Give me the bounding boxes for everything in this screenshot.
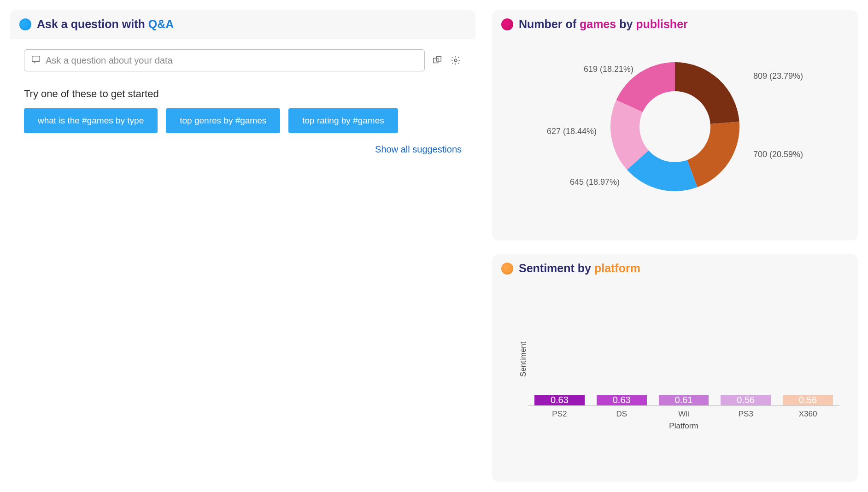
bar-title-p1: Sentiment: [519, 262, 578, 275]
bars-row: 0.630.630.610.560.56: [528, 288, 839, 406]
svg-point-3: [454, 59, 457, 62]
bar-card: Sentiment by platform Sentiment 0.630.63…: [492, 254, 858, 482]
svg-rect-2: [436, 57, 441, 61]
donut-slice-label: 645 (18.97%): [570, 177, 620, 187]
donut-title-p4: publisher: [636, 18, 688, 30]
bar-chart: Sentiment 0.630.630.610.560.56 PS2DSWiiP…: [501, 283, 849, 431]
qa-input-row: [24, 49, 462, 71]
donut-slice-label: 627 (18.44%): [547, 127, 597, 136]
svg-rect-0: [32, 56, 40, 62]
qa-card: Ask a question with Q&A Try one of these: [10, 10, 475, 482]
svg-rect-1: [434, 58, 438, 63]
gear-icon[interactable]: [450, 54, 462, 66]
qa-header: Ask a question with Q&A: [19, 16, 466, 33]
donut-title-p2: games: [580, 18, 619, 30]
bar-title: Sentiment by platform: [519, 262, 640, 275]
donut-header: Number of games by publisher: [501, 16, 849, 33]
bar-title-p2: by: [578, 262, 594, 275]
bar[interactable]: 0.63: [597, 395, 647, 405]
bar-category-label: PS2: [534, 410, 585, 419]
bar[interactable]: 0.61: [659, 395, 709, 405]
donut-chart: 809 (23.79%)700 (20.59%)645 (18.97%)627 …: [501, 39, 849, 214]
qa-chip[interactable]: top rating by #games: [288, 108, 398, 133]
bar-column: 0.61: [659, 395, 709, 405]
qa-input[interactable]: [46, 55, 418, 66]
donut-svg: [610, 62, 739, 191]
qa-chips: what is the #games by type top genres by…: [24, 108, 462, 133]
bar-column: 0.56: [721, 395, 771, 405]
donut-title-p3: by: [619, 18, 636, 30]
donut-card: Number of games by publisher 809 (23.79%…: [492, 10, 858, 240]
bar[interactable]: 0.56: [783, 395, 833, 405]
qa-chip[interactable]: top genres by #games: [166, 108, 280, 133]
bar-ylabel: Sentiment: [515, 288, 528, 431]
bar-xlabel: Platform: [528, 422, 839, 431]
bar-header: Sentiment by platform: [501, 260, 849, 277]
bar-category-label: DS: [597, 410, 647, 419]
bar-category-label: Wii: [659, 410, 709, 419]
bar-column: 0.63: [597, 395, 647, 405]
qa-body: Try one of these to get started what is …: [10, 39, 475, 482]
qa-title: Ask a question with Q&A: [37, 18, 174, 31]
bar-category-label: X360: [783, 410, 833, 419]
qa-chip[interactable]: what is the #games by type: [24, 108, 158, 133]
bar-column: 0.63: [534, 395, 585, 405]
bar-title-p3: platform: [594, 262, 640, 275]
qa-input-wrap[interactable]: [24, 49, 425, 71]
qa-subhead: Try one of these to get started: [24, 88, 462, 100]
qa-showall-row: Show all suggestions: [24, 144, 462, 155]
qa-title-part2: Q&A: [148, 18, 174, 30]
qa-title-part1: Ask a question with: [37, 18, 148, 30]
expand-icon[interactable]: [431, 54, 443, 66]
chat-icon: [31, 54, 41, 66]
circle-icon: [19, 18, 31, 30]
bar[interactable]: 0.63: [534, 395, 585, 405]
bar-category-label: PS3: [721, 410, 771, 419]
svg-point-4: [639, 91, 710, 162]
donut-title: Number of games by publisher: [519, 18, 688, 31]
bar-xlabels: PS2DSWiiPS3X360: [528, 406, 839, 419]
bar[interactable]: 0.56: [721, 395, 771, 405]
donut-title-p1: Number of: [519, 18, 580, 30]
circle-icon: [501, 18, 513, 30]
donut-slice-label: 809 (23.79%): [753, 71, 803, 81]
show-all-suggestions-link[interactable]: Show all suggestions: [375, 144, 462, 154]
donut-slice-label: 700 (20.59%): [753, 150, 803, 159]
donut-slice-label: 619 (18.21%): [584, 64, 633, 74]
bar-column: 0.56: [783, 395, 833, 405]
circle-icon: [501, 263, 513, 275]
